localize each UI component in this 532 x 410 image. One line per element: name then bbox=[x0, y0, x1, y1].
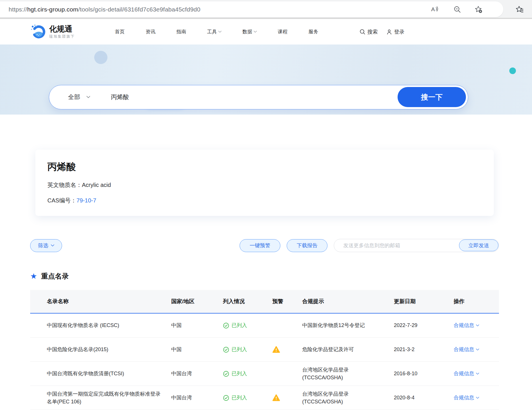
nav-label: 资讯 bbox=[146, 28, 155, 35]
region: 中国台湾 bbox=[171, 389, 223, 406]
warning-cell bbox=[272, 341, 302, 358]
send-now-button[interactable]: 立即发送 bbox=[459, 239, 498, 251]
listed-label: 已列入 bbox=[232, 370, 247, 378]
one-click-alert-button[interactable]: 一键预警 bbox=[240, 239, 280, 252]
check-circle-icon bbox=[223, 322, 229, 329]
search-submit-button[interactable]: 搜一下 bbox=[398, 87, 466, 107]
user-icon bbox=[386, 29, 392, 35]
col-header-name: 名录名称 bbox=[30, 290, 171, 313]
table-row: 中国台湾第一期指定应完成既有化学物质标准登录名单(PEC 106)中国台湾已列入… bbox=[30, 386, 499, 410]
compliance-tip: 中国新化学物质12号令登记 bbox=[302, 317, 394, 334]
compliance-info-link[interactable]: 合规信息 bbox=[454, 322, 479, 329]
english-name-label: 英文物质名： bbox=[47, 181, 82, 189]
header-login[interactable]: 登录 bbox=[386, 28, 404, 35]
english-name-value: Acrylic acid bbox=[82, 182, 111, 188]
nav-item-资讯[interactable]: 资讯 bbox=[146, 28, 155, 35]
region: 中国台湾 bbox=[171, 365, 223, 382]
warning-cell bbox=[272, 317, 302, 334]
substance-name: 丙烯酸 bbox=[47, 160, 482, 173]
nav-item-指南[interactable]: 指南 bbox=[176, 28, 186, 35]
query-input[interactable] bbox=[111, 87, 384, 107]
check-circle-icon bbox=[223, 347, 229, 353]
table-row: 中国现有化学物质名录 (IECSC)中国已列入中国新化学物质12号令登记2022… bbox=[30, 314, 499, 338]
chevron-down-icon bbox=[218, 31, 221, 33]
col-header-region: 国家/地区 bbox=[171, 290, 223, 313]
favorites-bar-icon[interactable] bbox=[515, 5, 524, 14]
col-header-date: 更新日期 bbox=[394, 290, 454, 313]
compliance-info-link[interactable]: 合规信息 bbox=[454, 370, 479, 378]
site-header: 化规通 瑞旭集团旗下 首页资讯指南工具数据课程服务 搜索 登录 bbox=[0, 19, 532, 45]
nav-item-工具[interactable]: 工具 bbox=[207, 28, 221, 35]
warning-icon bbox=[272, 394, 280, 401]
logo-icon bbox=[30, 24, 46, 40]
logo-title: 化规通 bbox=[49, 25, 75, 33]
gcis-banner: GCIS 全球化学品名录查询 全部 搜一下 bbox=[0, 45, 532, 115]
region: 中国 bbox=[171, 317, 223, 334]
chevron-down-icon bbox=[476, 324, 479, 326]
inventories-table: 名录名称 国家/地区 列入情况 预警 合规提示 更新日期 操作 中国现有化学物质… bbox=[30, 290, 499, 410]
browser-toolbar: https://hgt.cirs-group.com/tools/gcis-de… bbox=[0, 0, 532, 19]
col-header-action: 操作 bbox=[454, 290, 499, 313]
compliance-info-label: 合规信息 bbox=[454, 394, 474, 402]
inventory-name: 中国台湾第一期指定应完成既有化学物质标准登录名单(PEC 106) bbox=[30, 389, 171, 406]
chevron-down-icon bbox=[476, 397, 479, 399]
listed-status: 已列入 bbox=[223, 365, 272, 382]
category-select[interactable]: 全部 bbox=[63, 85, 95, 109]
download-report-button[interactable]: 下载报告 bbox=[287, 239, 327, 252]
chevron-down-icon bbox=[476, 373, 479, 375]
chevron-down-icon bbox=[51, 244, 54, 247]
nav-label: 课程 bbox=[278, 28, 288, 35]
inventory-name: 中国现有化学物质名录 (IECSC) bbox=[30, 317, 171, 334]
warning-cell bbox=[272, 389, 302, 406]
cas-number-link[interactable]: 79-10-7 bbox=[76, 197, 96, 204]
nav-item-首页[interactable]: 首页 bbox=[115, 28, 125, 35]
compliance-tip: 台湾地区化学品登录 (TCCSCA/OSHA) bbox=[302, 389, 394, 406]
update-date: 2022-7-29 bbox=[394, 317, 454, 334]
check-circle-icon bbox=[223, 395, 229, 401]
compliance-tip: 危险化学品登记及许可 bbox=[302, 341, 394, 358]
table-row: 中国危险化学品名录(2015)中国已列入危险化学品登记及许可2021-3-2合规… bbox=[30, 338, 499, 362]
chevron-down-icon bbox=[86, 96, 90, 98]
chevron-down-icon bbox=[254, 31, 257, 33]
url-scheme: https:// bbox=[9, 6, 27, 13]
address-bar[interactable]: https://hgt.cirs-group.com/tools/gcis-de… bbox=[0, 1, 503, 17]
section-title: 重点名录 bbox=[41, 272, 69, 281]
filter-button[interactable]: 筛选 bbox=[30, 239, 62, 252]
compliance-info-link[interactable]: 合规信息 bbox=[454, 346, 479, 353]
key-inventories-section-head: ★ 重点名录 bbox=[30, 272, 499, 281]
page-content: 丙烯酸 英文物质名： Acrylic acid CAS编号： 79-10-7 筛… bbox=[30, 150, 499, 410]
compliance-info-link[interactable]: 合规信息 bbox=[454, 394, 479, 402]
site-logo[interactable]: 化规通 瑞旭集团旗下 bbox=[30, 24, 75, 40]
listed-status: 已列入 bbox=[223, 317, 272, 334]
category-value: 全部 bbox=[68, 93, 80, 101]
search-icon bbox=[360, 29, 365, 35]
check-circle-icon bbox=[223, 371, 229, 377]
col-header-tip: 合规提示 bbox=[302, 290, 394, 313]
table-row: 中国台湾既有化学物质清册(TCSI)中国台湾已列入台湾地区化学品登录 (TCCS… bbox=[30, 362, 499, 386]
warning-cell bbox=[272, 365, 302, 382]
zoom-out-icon[interactable] bbox=[453, 5, 461, 13]
compliance-info-label: 合规信息 bbox=[454, 370, 474, 378]
nav-item-服务[interactable]: 服务 bbox=[309, 28, 318, 35]
col-header-listed: 列入情况 bbox=[223, 290, 272, 313]
nav-item-数据[interactable]: 数据 bbox=[242, 28, 257, 35]
add-favorite-icon[interactable] bbox=[475, 5, 483, 13]
nav-item-课程[interactable]: 课程 bbox=[278, 28, 288, 35]
url-path: /tools/gcis-detail/6316fd7c63e9faba45cfd… bbox=[78, 6, 200, 13]
star-icon: ★ bbox=[30, 272, 37, 280]
toolbar: 筛选 一键预警 下载报告 立即发送 bbox=[30, 239, 499, 252]
logo-subtitle: 瑞旭集团旗下 bbox=[49, 34, 75, 39]
listed-label: 已列入 bbox=[232, 346, 247, 353]
update-date: 2016-8-10 bbox=[394, 365, 454, 382]
col-header-warning: 预警 bbox=[272, 290, 302, 313]
header-login-label: 登录 bbox=[394, 28, 404, 35]
url-text[interactable]: https://hgt.cirs-group.com/tools/gcis-de… bbox=[9, 1, 201, 17]
filter-label: 筛选 bbox=[38, 242, 48, 249]
header-search[interactable]: 搜索 bbox=[360, 28, 378, 35]
svg-text:A: A bbox=[431, 6, 435, 12]
update-date: 2020-8-4 bbox=[394, 389, 454, 406]
gcis-search-bar: 全部 搜一下 bbox=[49, 85, 468, 109]
read-aloud-icon[interactable]: A bbox=[430, 5, 438, 13]
inventory-name: 中国危险化学品名录(2015) bbox=[30, 341, 171, 358]
update-date: 2021-3-2 bbox=[394, 341, 454, 358]
